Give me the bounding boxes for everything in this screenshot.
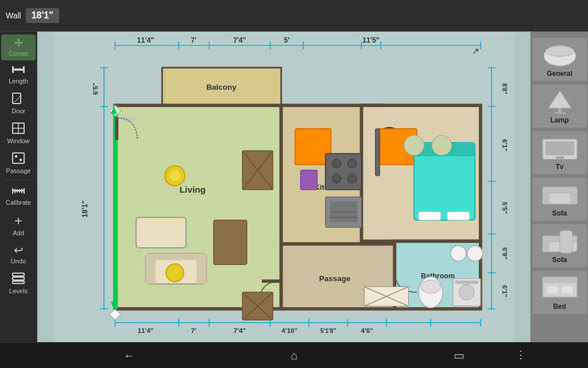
calibrate-icon xyxy=(12,186,25,197)
furniture-label-tv: Tv xyxy=(555,163,563,171)
svg-rect-11 xyxy=(12,188,13,194)
canvas-area[interactable]: 11'4" 7' 7'4" 5' 11'5" ↗ 11'4" 7' 7'4" 4… xyxy=(37,32,531,342)
svg-rect-142 xyxy=(546,141,574,155)
svg-point-129 xyxy=(467,246,483,261)
recent-button[interactable]: ▭ xyxy=(445,346,473,365)
svg-text:7'4": 7'4" xyxy=(233,36,246,44)
sidebar-label-levels: Levels xyxy=(9,288,28,294)
back-button[interactable]: ← xyxy=(115,346,144,365)
svg-rect-13 xyxy=(17,189,18,193)
general-preview xyxy=(540,41,580,67)
svg-rect-12 xyxy=(14,189,16,193)
passage-icon xyxy=(12,152,25,166)
svg-point-111 xyxy=(347,174,356,183)
svg-text:6'1": 6'1" xyxy=(501,139,508,151)
sidebar-item-add[interactable]: + Add xyxy=(1,210,36,240)
svg-rect-15 xyxy=(21,189,22,193)
svg-point-109 xyxy=(347,159,356,168)
length-icon xyxy=(12,65,25,76)
furniture-item-sofa2[interactable]: Sofa xyxy=(532,224,587,267)
svg-text:Balcony: Balcony xyxy=(206,83,237,91)
svg-rect-132 xyxy=(455,281,478,284)
svg-rect-2 xyxy=(23,66,25,73)
svg-rect-3 xyxy=(13,93,21,103)
furniture-label-general: General xyxy=(547,70,572,78)
door-icon xyxy=(12,93,25,106)
furniture-item-tv[interactable]: Tv xyxy=(532,131,587,174)
bed-preview xyxy=(540,274,580,300)
sidebar-item-corner[interactable]: ✛ Corner xyxy=(1,34,36,60)
svg-rect-118 xyxy=(419,212,441,220)
svg-point-128 xyxy=(451,246,466,261)
furniture-label-lamp: Lamp xyxy=(550,116,568,124)
main-layout: ✛ Corner Length Door Window Passage xyxy=(0,32,588,342)
svg-text:11'4": 11'4" xyxy=(137,36,154,44)
floor-plan-svg: 11'4" 7' 7'4" 5' 11'5" ↗ 11'4" 7' 7'4" 4… xyxy=(37,32,531,342)
svg-text:11'4": 11'4" xyxy=(138,327,154,334)
svg-text:11'5": 11'5" xyxy=(362,36,380,44)
svg-rect-7 xyxy=(13,153,24,163)
svg-rect-0 xyxy=(13,68,24,71)
svg-text:7': 7' xyxy=(191,36,196,44)
svg-text:4'6": 4'6" xyxy=(361,327,373,334)
svg-rect-92 xyxy=(214,220,247,264)
furniture-label-sofa2: Sofa xyxy=(552,256,567,264)
sidebar-item-length[interactable]: Length xyxy=(1,62,36,88)
sidebar-item-undo[interactable]: ↩ Undo xyxy=(1,241,36,268)
svg-rect-1 xyxy=(12,66,14,73)
svg-rect-8 xyxy=(15,155,17,158)
undo-icon: ↩ xyxy=(14,244,24,256)
furniture-item-lamp[interactable]: Lamp xyxy=(532,85,587,128)
svg-text:18'1": 18'1" xyxy=(81,201,89,218)
more-options-button[interactable]: ⋮ xyxy=(516,348,526,361)
sidebar-item-passage[interactable]: Passage xyxy=(1,149,36,178)
svg-rect-19 xyxy=(13,281,24,283)
svg-rect-104 xyxy=(300,170,317,190)
sidebar-item-levels[interactable]: Levels xyxy=(1,269,36,298)
sidebar-label-door: Door xyxy=(11,108,25,114)
add-icon: + xyxy=(14,214,22,228)
sidebar-item-window[interactable]: Window xyxy=(1,119,36,148)
top-toolbar: Wall 18'1" xyxy=(0,0,588,32)
sofa2-preview xyxy=(540,228,580,254)
furniture-item-general[interactable]: General xyxy=(532,38,587,81)
svg-rect-18 xyxy=(13,277,24,280)
tv-preview xyxy=(540,135,580,160)
svg-rect-14 xyxy=(19,189,20,193)
furniture-item-bed[interactable]: Bed xyxy=(532,271,587,314)
right-sidebar: General Lamp Tv Sofa xyxy=(531,32,588,342)
furniture-label-sofa1: Sofa xyxy=(552,209,567,217)
svg-text:6'9": 6'9" xyxy=(501,247,508,259)
sidebar-label-window: Window xyxy=(7,137,29,144)
furniture-label-bed: Bed xyxy=(553,302,566,310)
sidebar-item-calibrate[interactable]: Calibrate xyxy=(1,183,36,209)
home-button[interactable]: ⌂ xyxy=(282,346,306,365)
svg-text:Living: Living xyxy=(180,185,206,194)
svg-rect-81 xyxy=(115,117,118,140)
svg-rect-82 xyxy=(262,279,281,283)
wall-label: Wall xyxy=(6,11,21,20)
svg-rect-17 xyxy=(13,273,24,276)
sidebar-label-undo: Undo xyxy=(11,258,26,264)
svg-point-127 xyxy=(421,280,441,293)
svg-text:4'10": 4'10" xyxy=(281,327,297,334)
svg-text:↗: ↗ xyxy=(472,46,479,56)
svg-text:Passage: Passage xyxy=(319,274,351,283)
sidebar-label-passage: Passage xyxy=(6,167,31,174)
wall-value: 18'1" xyxy=(26,8,59,23)
svg-text:5': 5' xyxy=(284,36,289,44)
svg-rect-137 xyxy=(546,46,574,56)
sidebar-label-corner: Corner xyxy=(9,50,28,57)
svg-point-110 xyxy=(332,174,341,183)
svg-rect-151 xyxy=(560,231,572,253)
sidebar-divider xyxy=(4,180,33,181)
svg-rect-150 xyxy=(543,239,550,252)
svg-rect-91 xyxy=(196,254,206,284)
sidebar-item-door[interactable]: Door xyxy=(1,89,36,118)
svg-rect-93 xyxy=(136,217,186,248)
lamp-preview xyxy=(540,88,580,114)
left-sidebar: ✛ Corner Length Door Window Passage xyxy=(0,32,37,342)
furniture-item-sofa1[interactable]: Sofa xyxy=(532,178,587,221)
sidebar-label-length: Length xyxy=(9,78,28,85)
svg-rect-119 xyxy=(447,212,470,220)
